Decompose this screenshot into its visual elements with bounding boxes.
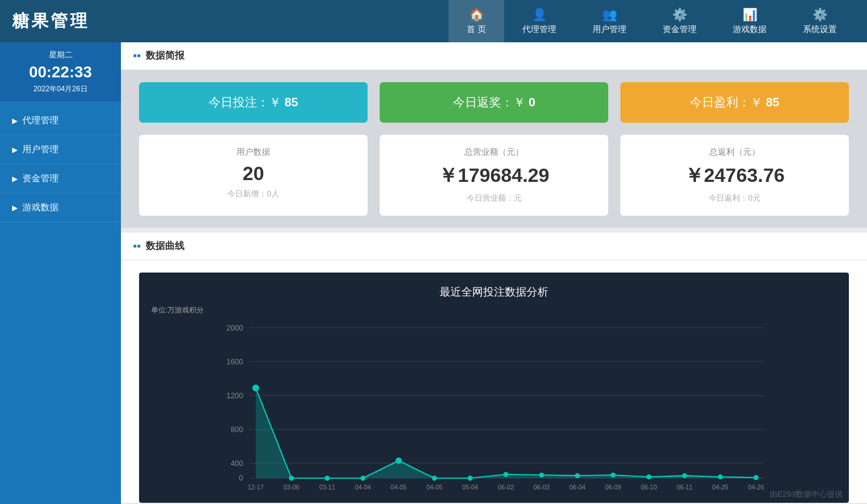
nav-user-label: 用户管理 bbox=[593, 24, 626, 35]
svg-text:05-04: 05-04 bbox=[462, 484, 478, 491]
svg-marker-12 bbox=[256, 388, 756, 478]
rebate-value: ￥24763.76 bbox=[632, 163, 837, 189]
card-revenue: 总营业额（元） ￥179684.29 今日营业额：元 bbox=[380, 135, 608, 216]
svg-point-14 bbox=[289, 476, 294, 480]
nav-agent-label: 代理管理 bbox=[522, 24, 556, 35]
svg-point-19 bbox=[467, 476, 472, 480]
nav-finance[interactable]: ⚙️ 资金管理 bbox=[645, 0, 715, 42]
layout: 星期二 00:22:33 2022年04月26日 ▶ 代理管理 ▶ 用户管理 ▶… bbox=[0, 42, 867, 504]
svg-text:2000: 2000 bbox=[227, 324, 244, 332]
agent-icon: 👤 bbox=[532, 7, 547, 22]
sidebar-game-label: 游戏数据 bbox=[22, 202, 59, 213]
users-value: 20 bbox=[151, 163, 356, 185]
nav-settings-label: 系统设置 bbox=[803, 24, 837, 35]
chart-title: 最近全网投注数据分析 bbox=[151, 285, 837, 299]
svg-text:0: 0 bbox=[239, 474, 243, 482]
sidebar-user-label: 用户管理 bbox=[22, 144, 59, 155]
svg-text:04-05: 04-05 bbox=[426, 484, 443, 491]
clock-date: 2022年04月26日 bbox=[7, 84, 114, 94]
chart-icon: ▪▪ bbox=[133, 240, 141, 253]
svg-text:400: 400 bbox=[230, 459, 243, 468]
nav-agent[interactable]: 👤 代理管理 bbox=[504, 0, 574, 42]
chart-container: 最近全网投注数据分析 单位:万游戏积分 0 400 800 bbox=[139, 273, 849, 503]
sidebar-item-agent[interactable]: ▶ 代理管理 bbox=[0, 106, 121, 135]
clock-area: 星期二 00:22:33 2022年04月26日 bbox=[0, 42, 121, 102]
svg-text:03-11: 03-11 bbox=[319, 484, 336, 491]
game-icon: 📊 bbox=[742, 7, 758, 22]
chart-section-header: ▪▪ 数据曲线 bbox=[121, 228, 867, 260]
sidebar-item-game[interactable]: ▶ 游戏数据 bbox=[0, 193, 121, 222]
svg-text:04-25: 04-25 bbox=[712, 484, 729, 491]
svg-point-24 bbox=[646, 474, 651, 479]
svg-point-13 bbox=[253, 385, 259, 391]
svg-point-18 bbox=[432, 476, 437, 480]
nav-user[interactable]: 👥 用户管理 bbox=[574, 0, 645, 42]
svg-point-23 bbox=[611, 473, 615, 477]
svg-text:1600: 1600 bbox=[227, 358, 244, 366]
svg-text:04-26: 04-26 bbox=[748, 484, 764, 491]
svg-text:06-03: 06-03 bbox=[534, 484, 550, 491]
card-users: 用户数据 20 今日新增：0人 bbox=[139, 135, 368, 216]
revenue-label: 总营业额（元） bbox=[392, 147, 596, 158]
nav-game[interactable]: 📊 游戏数据 bbox=[715, 0, 785, 42]
stats-top-row: 今日投注：￥ 85 今日返奖：￥ 0 今日盈利：￥ 85 bbox=[121, 70, 867, 135]
svg-text:800: 800 bbox=[230, 425, 243, 434]
summary-section-header: ▪▪ 数据简报 bbox=[121, 42, 867, 70]
svg-text:06-09: 06-09 bbox=[605, 484, 622, 491]
nav-game-label: 游戏数据 bbox=[733, 24, 767, 35]
sidebar: 星期二 00:22:33 2022年04月26日 ▶ 代理管理 ▶ 用户管理 ▶… bbox=[0, 42, 121, 504]
arrow-icon: ▶ bbox=[12, 146, 18, 154]
nav-settings[interactable]: ⚙️ 系统设置 bbox=[785, 0, 855, 42]
sidebar-menu: ▶ 代理管理 ▶ 用户管理 ▶ 资金管理 ▶ 游戏数据 bbox=[0, 106, 121, 222]
sidebar-agent-label: 代理管理 bbox=[22, 115, 59, 126]
summary-icon: ▪▪ bbox=[133, 50, 141, 62]
rebate-label: 总返利（元） bbox=[632, 147, 837, 158]
revenue-sub: 今日营业额：元 bbox=[392, 193, 596, 204]
nav-home-label: 首 页 bbox=[467, 24, 486, 35]
svg-point-22 bbox=[575, 473, 580, 478]
clock-time: 00:22:33 bbox=[7, 63, 114, 82]
arrow-icon: ▶ bbox=[12, 175, 18, 183]
card-bet: 今日投注：￥ 85 bbox=[139, 82, 368, 123]
nav-home[interactable]: 🏠 首 页 bbox=[449, 0, 504, 42]
arrow-icon: ▶ bbox=[12, 117, 18, 125]
svg-point-20 bbox=[504, 472, 508, 477]
chart-svg: 0 400 800 1200 1600 2000 bbox=[151, 321, 837, 491]
svg-text:06-02: 06-02 bbox=[498, 484, 514, 491]
svg-text:03-06: 03-06 bbox=[284, 484, 300, 491]
card-return: 今日返奖：￥ 0 bbox=[380, 82, 608, 123]
card-profit-label: 今日盈利：￥ 85 bbox=[690, 95, 779, 109]
svg-text:04-04: 04-04 bbox=[355, 484, 371, 491]
chart-unit: 单位:万游戏积分 bbox=[151, 305, 837, 315]
svg-text:12-17: 12-17 bbox=[248, 484, 264, 491]
finance-icon: ⚙️ bbox=[672, 7, 687, 22]
main-content: ▪▪ 数据简报 今日投注：￥ 85 今日返奖：￥ 0 今日盈利：￥ 85 用户数… bbox=[121, 42, 867, 504]
card-return-label: 今日返奖：￥ 0 bbox=[453, 95, 536, 109]
svg-point-25 bbox=[682, 473, 687, 478]
chart-section-title: 数据曲线 bbox=[146, 240, 184, 253]
app-title: 糖果管理 bbox=[12, 10, 449, 33]
home-icon: 🏠 bbox=[469, 7, 484, 22]
card-profit: 今日盈利：￥ 85 bbox=[620, 82, 849, 123]
header: 糖果管理 🏠 首 页 👤 代理管理 👥 用户管理 ⚙️ 资金管理 📊 游戏数据 … bbox=[0, 0, 867, 42]
svg-text:04-05: 04-05 bbox=[391, 484, 407, 491]
summary-title: 数据简报 bbox=[146, 50, 184, 62]
watermark: 由E293数据中心提供 bbox=[770, 489, 843, 500]
settings-icon: ⚙️ bbox=[813, 7, 828, 22]
main-nav: 🏠 首 页 👤 代理管理 👥 用户管理 ⚙️ 资金管理 📊 游戏数据 ⚙️ 系统… bbox=[449, 0, 855, 42]
users-label: 用户数据 bbox=[151, 147, 356, 158]
weekday: 星期二 bbox=[7, 50, 114, 60]
users-sub: 今日新增：0人 bbox=[151, 189, 356, 199]
svg-point-27 bbox=[753, 475, 758, 480]
rebate-sub: 今日返利：0元 bbox=[632, 193, 837, 204]
chart-section: ▪▪ 数据曲线 最近全网投注数据分析 单位:万游戏积分 bbox=[121, 228, 867, 503]
chart-area: 0 400 800 1200 1600 2000 bbox=[151, 321, 837, 491]
card-rebate: 总返利（元） ￥24763.76 今日返利：0元 bbox=[620, 135, 849, 216]
card-bet-label: 今日投注：￥ 85 bbox=[209, 95, 298, 109]
svg-point-26 bbox=[718, 474, 722, 479]
sidebar-item-finance[interactable]: ▶ 资金管理 bbox=[0, 164, 121, 193]
nav-finance-label: 资金管理 bbox=[663, 24, 697, 35]
sidebar-item-user[interactable]: ▶ 用户管理 bbox=[0, 135, 121, 164]
user-icon: 👥 bbox=[602, 7, 617, 22]
svg-point-16 bbox=[360, 476, 365, 480]
